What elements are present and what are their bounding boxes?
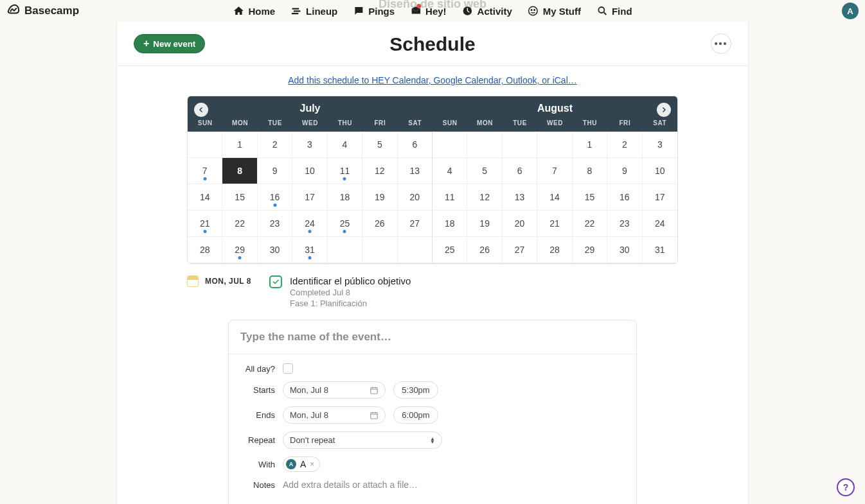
svg-rect-8 — [371, 387, 378, 393]
calendar-day[interactable]: 16 — [258, 184, 292, 211]
calendar-dow: SUN — [188, 117, 222, 132]
starts-date-input[interactable]: Mon, Jul 8 — [283, 381, 386, 399]
notes-input[interactable]: Add extra details or attach a file… — [283, 480, 418, 490]
calendar-day[interactable]: 1 — [222, 132, 257, 158]
completed-todo[interactable]: Identificar el público objetivo Complete… — [269, 275, 411, 308]
calendar-day[interactable]: 17 — [643, 184, 677, 211]
nav-mystuff[interactable]: My Stuff — [528, 5, 581, 17]
event-name-input[interactable] — [229, 320, 636, 354]
calendar-day[interactable]: 24 — [643, 211, 677, 237]
calendar-day[interactable]: 8 — [573, 158, 607, 184]
calendar-day[interactable]: 13 — [503, 184, 537, 211]
calendar-day[interactable]: 27 — [503, 237, 537, 263]
remove-participant-icon[interactable]: × — [310, 460, 314, 469]
calendar-day[interactable]: 20 — [398, 184, 433, 211]
add-schedule-link[interactable]: Add this schedule to HEY Calendar, Googl… — [288, 75, 577, 85]
calendar-day[interactable]: 5 — [362, 132, 397, 158]
calendar-day[interactable]: 30 — [258, 237, 292, 263]
calendar-day[interactable]: 2 — [258, 132, 292, 158]
calendar-day[interactable]: 28 — [188, 237, 222, 263]
calendar-day[interactable]: 21 — [188, 211, 222, 237]
calendar-day[interactable]: 23 — [607, 211, 642, 237]
calendar-day[interactable]: 7 — [188, 158, 222, 184]
calendar-day[interactable]: 28 — [537, 237, 572, 263]
calendar-day[interactable]: 26 — [362, 211, 397, 237]
calendar-day[interactable]: 14 — [188, 184, 222, 211]
calendar-day[interactable]: 10 — [643, 158, 677, 184]
calendar-day[interactable]: 6 — [398, 132, 433, 158]
calendar-day[interactable]: 22 — [573, 211, 607, 237]
calendar-day[interactable]: 31 — [643, 237, 677, 263]
all-day-checkbox[interactable] — [283, 363, 293, 374]
calendar-day[interactable]: 26 — [467, 237, 502, 263]
calendar-day — [503, 132, 537, 158]
participant-chip[interactable]: A A × — [283, 456, 320, 472]
calendar-day[interactable]: 11 — [328, 158, 362, 184]
todo-completed: Completed Jul 8 — [290, 288, 411, 297]
calendar-day[interactable]: 12 — [467, 184, 502, 211]
event-dot-icon — [308, 230, 311, 233]
calendar-day[interactable]: 18 — [433, 211, 467, 237]
calendar-day[interactable]: 10 — [292, 158, 327, 184]
calendar-day[interactable]: 12 — [362, 158, 397, 184]
calendar-day[interactable]: 20 — [503, 211, 537, 237]
calendar-day[interactable]: 15 — [222, 184, 257, 211]
activity-icon — [462, 5, 474, 17]
event-dot-icon — [203, 230, 206, 233]
calendar-day[interactable]: 29 — [222, 237, 257, 263]
calendar-day[interactable]: 15 — [573, 184, 607, 211]
calendar-prev-button[interactable] — [194, 103, 208, 117]
page-title: Schedule — [389, 33, 475, 55]
nav-find[interactable]: Find — [596, 5, 632, 17]
calendar-day[interactable]: 21 — [537, 211, 572, 237]
calendar-day[interactable]: 31 — [292, 237, 327, 263]
calendar-day[interactable]: 8 — [222, 158, 257, 184]
calendar-day[interactable]: 14 — [537, 184, 572, 211]
calendar-day[interactable]: 4 — [433, 158, 467, 184]
calendar-day[interactable]: 3 — [643, 132, 677, 158]
help-button[interactable]: ? — [837, 478, 855, 496]
calendar-day[interactable]: 4 — [328, 132, 362, 158]
calendar-day[interactable]: 18 — [328, 184, 362, 211]
calendar-day[interactable]: 16 — [607, 184, 642, 211]
calendar-next-button[interactable] — [657, 103, 671, 117]
nav-activity-label: Activity — [477, 6, 512, 17]
calendar-dow: THU — [328, 117, 362, 132]
panel-menu-button[interactable]: ••• — [711, 33, 731, 54]
calendar-day[interactable]: 7 — [537, 158, 572, 184]
calendar-day[interactable]: 27 — [398, 211, 433, 237]
calendar-day[interactable]: 19 — [467, 211, 502, 237]
avatar[interactable]: A — [842, 3, 859, 19]
ends-date-input[interactable]: Mon, Jul 8 — [283, 406, 386, 424]
calendar-day[interactable]: 19 — [362, 184, 397, 211]
calendar-day[interactable]: 22 — [222, 211, 257, 237]
ends-time-input[interactable]: 6:00pm — [393, 406, 438, 424]
nav-activity[interactable]: Activity — [462, 5, 512, 17]
nav-lineup[interactable]: Lineup — [290, 5, 337, 17]
nav-home[interactable]: Home — [233, 5, 275, 17]
calendar-day[interactable]: 9 — [607, 158, 642, 184]
brand-logo[interactable]: Basecamp — [6, 3, 79, 20]
calendar-day[interactable]: 11 — [433, 184, 467, 211]
calendar-day[interactable]: 30 — [607, 237, 642, 263]
calendar-day[interactable]: 2 — [607, 132, 642, 158]
calendar-day[interactable]: 3 — [292, 132, 327, 158]
svg-point-4 — [529, 6, 538, 15]
calendar-day[interactable]: 29 — [573, 237, 607, 263]
calendar-day[interactable]: 17 — [292, 184, 327, 211]
calendar-day[interactable]: 5 — [467, 158, 502, 184]
calendar-day[interactable]: 9 — [258, 158, 292, 184]
nav-hey[interactable]: Hey! — [410, 5, 447, 17]
calendar-day[interactable]: 1 — [573, 132, 607, 158]
calendar-day[interactable]: 13 — [398, 158, 433, 184]
calendar-day[interactable]: 25 — [433, 237, 467, 263]
calendar-day[interactable]: 25 — [328, 211, 362, 237]
calendar-day[interactable]: 24 — [292, 211, 327, 237]
nav-pings[interactable]: Pings — [353, 5, 395, 17]
repeat-select[interactable]: Don't repeat ▲▼ — [283, 431, 442, 449]
calendar-dow: MON — [222, 117, 257, 132]
new-event-button[interactable]: + New event — [134, 34, 205, 53]
calendar-day[interactable]: 6 — [503, 158, 537, 184]
calendar-day[interactable]: 23 — [258, 211, 292, 237]
starts-time-input[interactable]: 5:30pm — [393, 381, 438, 399]
